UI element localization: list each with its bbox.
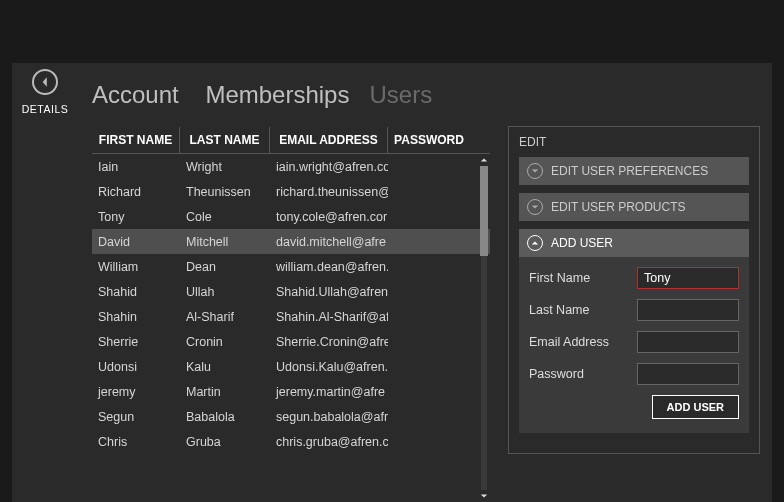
cell-first: Iain	[92, 160, 180, 174]
cell-last: Dean	[180, 260, 270, 274]
table-scrollbar[interactable]	[478, 154, 490, 502]
cell-first: Sherrie	[92, 335, 180, 349]
table-row[interactable]: jeremyMartinjeremy.martin@afre	[92, 379, 490, 404]
cell-last: Cronin	[180, 335, 270, 349]
cell-first: Udonsi	[92, 360, 180, 374]
label-last-name: Last Name	[529, 303, 629, 317]
breadcrumb-account[interactable]: Account	[92, 81, 179, 108]
first-name-field[interactable]	[637, 267, 739, 289]
section-add-user[interactable]: ADD USER	[519, 229, 749, 257]
section-edit-preferences[interactable]: EDIT USER PREFERENCES	[519, 157, 749, 185]
table-row[interactable]: ShahinAl-SharifShahin.Al-Sharif@af	[92, 304, 490, 329]
label-password: Password	[529, 367, 629, 381]
col-first-name[interactable]: FIRST NAME	[92, 127, 180, 153]
chevron-up-icon	[527, 235, 543, 251]
password-field[interactable]	[637, 363, 739, 385]
panel-title: EDIT	[509, 127, 759, 157]
cell-email: Shahin.Al-Sharif@af	[270, 310, 388, 324]
cell-first: Chris	[92, 435, 180, 449]
table-row[interactable]: WilliamDeanwilliam.dean@afren.	[92, 254, 490, 279]
table-row[interactable]: ChrisGrubachris.gruba@afren.c	[92, 429, 490, 454]
chevron-down-icon	[527, 163, 543, 179]
cell-first: Shahid	[92, 285, 180, 299]
cell-last: Ullah	[180, 285, 270, 299]
cell-email: Sherrie.Cronin@afre	[270, 335, 388, 349]
add-user-button[interactable]: ADD USER	[652, 395, 739, 419]
cell-email: jeremy.martin@afre	[270, 385, 388, 399]
back-button[interactable]	[32, 69, 58, 95]
table-row[interactable]: UdonsiKaluUdonsi.Kalu@afren.o	[92, 354, 490, 379]
label-first-name: First Name	[529, 271, 629, 285]
col-email[interactable]: EMAIL ADDRESS	[270, 127, 388, 153]
section-label: ADD USER	[551, 236, 613, 250]
cell-first: David	[92, 235, 180, 249]
cell-email: tony.cole@afren.cor	[270, 210, 388, 224]
users-table: FIRST NAME LAST NAME EMAIL ADDRESS PASSW…	[92, 127, 490, 502]
cell-last: Mitchell	[180, 235, 270, 249]
cell-email: Shahid.Ullah@afren.	[270, 285, 388, 299]
cell-last: Babalola	[180, 410, 270, 424]
cell-email: william.dean@afren.	[270, 260, 388, 274]
scroll-down-icon[interactable]	[478, 490, 490, 502]
last-name-field[interactable]	[637, 299, 739, 321]
section-label: EDIT USER PRODUCTS	[551, 200, 685, 214]
cell-first: Segun	[92, 410, 180, 424]
scroll-up-icon[interactable]	[478, 154, 490, 166]
cell-last: Kalu	[180, 360, 270, 374]
chevron-down-icon	[527, 199, 543, 215]
breadcrumb: Account Memberships Users	[92, 81, 764, 109]
section-edit-products[interactable]: EDIT USER PRODUCTS	[519, 193, 749, 221]
table-row[interactable]: RichardTheunissenrichard.theunissen@	[92, 179, 490, 204]
email-field[interactable]	[637, 331, 739, 353]
chevron-left-icon	[39, 76, 51, 88]
cell-email: iain.wright@afren.co	[270, 160, 388, 174]
cell-first: Richard	[92, 185, 180, 199]
edit-panel: EDIT EDIT USER PREFERENCES EDIT USER PRO…	[508, 126, 760, 454]
scroll-thumb[interactable]	[480, 166, 488, 256]
col-password[interactable]: PASSWORD	[388, 127, 470, 153]
table-row[interactable]: SherrieCroninSherrie.Cronin@afre	[92, 329, 490, 354]
cell-last: Theunissen	[180, 185, 270, 199]
cell-last: Al-Sharif	[180, 310, 270, 324]
cell-last: Cole	[180, 210, 270, 224]
cell-first: jeremy	[92, 385, 180, 399]
cell-last: Gruba	[180, 435, 270, 449]
table-row[interactable]: TonyColetony.cole@afren.cor	[92, 204, 490, 229]
table-row[interactable]: ShahidUllahShahid.Ullah@afren.	[92, 279, 490, 304]
table-row[interactable]: DavidMitchelldavid.mitchell@afre	[92, 229, 490, 254]
cell-email: chris.gruba@afren.c	[270, 435, 388, 449]
cell-first: William	[92, 260, 180, 274]
add-user-form: First Name Last Name Email Address	[519, 257, 749, 433]
cell-email: segun.babalola@afr	[270, 410, 388, 424]
cell-email: Udonsi.Kalu@afren.o	[270, 360, 388, 374]
cell-first: Shahin	[92, 310, 180, 324]
breadcrumb-memberships[interactable]: Memberships	[205, 81, 349, 108]
breadcrumb-users: Users	[369, 81, 432, 108]
cell-last: Wright	[180, 160, 270, 174]
cell-first: Tony	[92, 210, 180, 224]
cell-email: richard.theunissen@	[270, 185, 388, 199]
label-email: Email Address	[529, 335, 629, 349]
section-label: EDIT USER PREFERENCES	[551, 164, 708, 178]
cell-email: david.mitchell@afre	[270, 235, 388, 249]
table-row[interactable]: IainWrightiain.wright@afren.co	[92, 154, 490, 179]
sidebar-tab-details[interactable]: DETAILS	[12, 103, 78, 115]
col-last-name[interactable]: LAST NAME	[180, 127, 270, 153]
cell-last: Martin	[180, 385, 270, 399]
table-row[interactable]: SegunBabalolasegun.babalola@afr	[92, 404, 490, 429]
